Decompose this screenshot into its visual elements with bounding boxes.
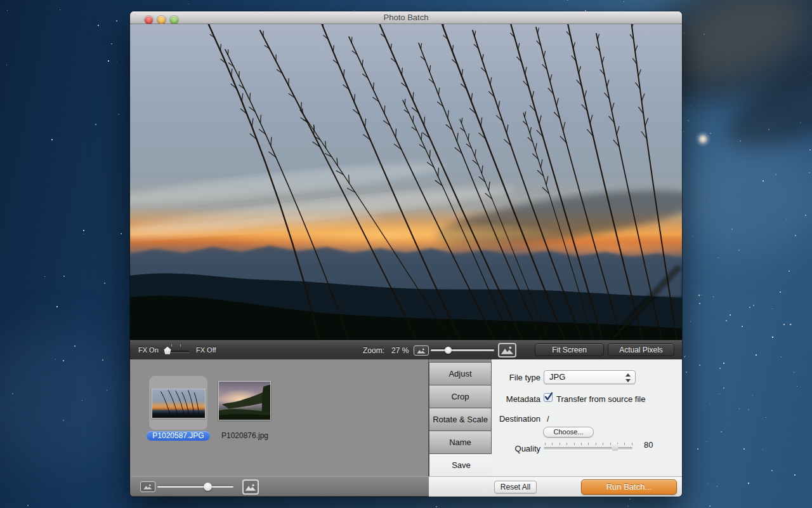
tab-crop[interactable]: Crop: [429, 385, 492, 408]
metadata-checkbox[interactable]: [544, 393, 553, 402]
sunset-photo-art: [130, 24, 682, 340]
quality-slider[interactable]: [544, 443, 632, 451]
fx-on-label: FX On: [138, 346, 159, 354]
tool-tabs: Adjust Crop Rotate & Scale Name Save: [428, 359, 492, 476]
fx-toggle-slider[interactable]: [164, 344, 189, 357]
fx-slider-thumb[interactable]: [164, 347, 171, 354]
fx-tick: [180, 344, 181, 347]
desktop-background: Photo Batch: [0, 0, 812, 508]
thumbnail-size-slider[interactable]: [157, 483, 233, 491]
window-title: Photo Batch: [130, 13, 682, 22]
run-batch-button[interactable]: Run Batch...: [581, 479, 677, 495]
bright-star: [695, 131, 711, 147]
file-type-label: File type: [492, 373, 540, 382]
quality-slider-thumb[interactable]: [611, 442, 619, 451]
tab-save[interactable]: Save: [429, 453, 493, 476]
zoom-out-image-icon[interactable]: [414, 345, 429, 356]
content-area: P1020587.JPG P1020876.jpg: [130, 359, 682, 476]
quality-label: Quality: [492, 444, 540, 453]
fit-screen-button[interactable]: Fit Screen: [535, 344, 604, 356]
zoom-label: Zoom:: [363, 346, 384, 355]
save-settings-panel: File type JPG Metadata Transfer from sou…: [492, 359, 682, 476]
thumbnail-size-slider-track[interactable]: [157, 486, 233, 488]
bottom-bar: Reset All Run Batch...: [130, 476, 682, 497]
zoom-slider-track[interactable]: [431, 349, 494, 351]
file-type-dropdown[interactable]: JPG: [544, 370, 636, 384]
tab-adjust[interactable]: Adjust: [429, 362, 492, 385]
thumbnail-image[interactable]: [152, 389, 206, 418]
fx-tick: [171, 344, 172, 347]
large-thumbnails-icon[interactable]: [242, 479, 259, 495]
thumbnail-filename[interactable]: P1020587.JPG: [147, 431, 210, 441]
tab-rotate-scale[interactable]: Rotate & Scale: [429, 408, 492, 431]
photo-preview[interactable]: [130, 24, 682, 340]
thumbnail-image[interactable]: [218, 381, 271, 420]
thumbnail-size-slider-thumb[interactable]: [204, 483, 212, 491]
thumbnail-filename[interactable]: P1020876.jpg: [213, 431, 277, 441]
reset-all-button[interactable]: Reset All: [494, 481, 537, 493]
filmstrip: P1020587.JPG P1020876.jpg: [130, 359, 428, 476]
thumbnail-size-bar: [130, 476, 429, 497]
preview-toolbar: FX On FX Off Zoom: 27 % Fit Screen Actua: [130, 340, 682, 359]
window-titlebar[interactable]: Photo Batch: [130, 11, 682, 24]
metadata-option-label[interactable]: Transfer from source file: [556, 394, 645, 404]
metadata-checkbox-check-icon: [544, 391, 554, 401]
quality-value: 80: [644, 440, 663, 450]
action-bar: Reset All Run Batch...: [429, 476, 682, 497]
fx-off-label: FX Off: [196, 346, 216, 354]
small-thumbnails-icon[interactable]: [140, 481, 155, 492]
metadata-label: Metadata: [492, 394, 540, 404]
photo-batch-window: Photo Batch: [130, 11, 682, 497]
zoom-value: 27 %: [391, 346, 409, 355]
choose-destination-button[interactable]: Choose...: [543, 427, 594, 438]
file-type-value: JPG: [549, 372, 565, 382]
destination-value: /: [547, 414, 549, 424]
zoom-in-image-icon[interactable]: [498, 343, 516, 358]
tab-name[interactable]: Name: [429, 431, 492, 453]
actual-pixels-button[interactable]: Actual Pixels: [608, 344, 674, 356]
zoom-slider[interactable]: [431, 345, 494, 356]
destination-label: Destination: [492, 414, 540, 424]
quality-slider-track[interactable]: [544, 448, 632, 450]
zoom-slider-thumb[interactable]: [445, 347, 452, 354]
dropdown-stepper-icon: [625, 373, 631, 383]
